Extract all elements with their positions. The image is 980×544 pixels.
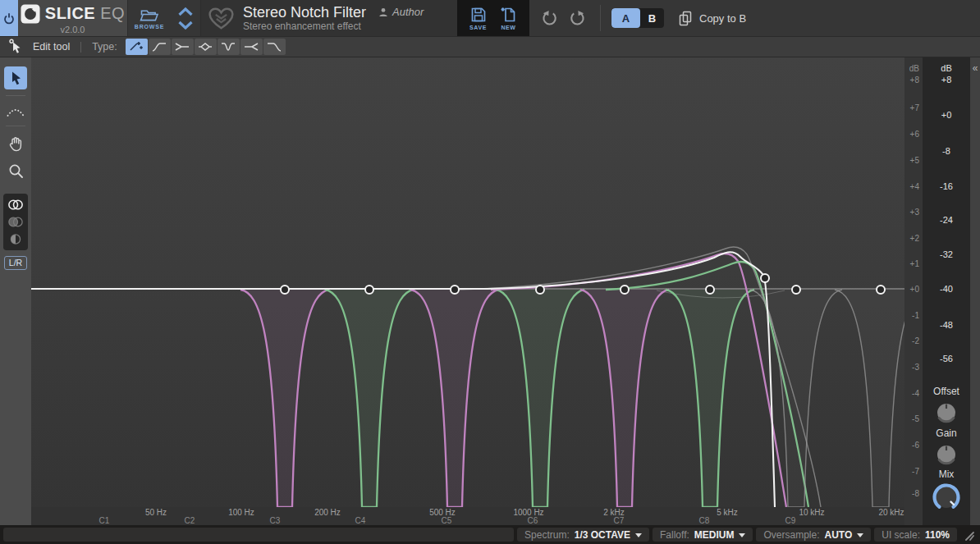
octave-tick-label: C5	[442, 516, 452, 525]
eq-db-tick-label: -2	[912, 336, 919, 345]
type-button-low-cut low-cut-icon[interactable]	[149, 39, 171, 55]
spectrum-db-tick-label: -40	[923, 284, 970, 294]
redo-button redo-icon[interactable]	[570, 10, 586, 26]
filter-node[interactable]	[706, 286, 714, 294]
panel-collapse-strip: «	[970, 57, 980, 525]
preset-subtitle: Stereo enhancement effect	[243, 21, 366, 32]
status-bar: Spectrum:1/3 OCTAVE Falloff:MEDIUM Overs…	[0, 525, 980, 544]
type-label: Type:	[92, 41, 117, 53]
edit-cursor-icon	[8, 39, 23, 55]
type-button-notch notch-icon[interactable]	[218, 39, 240, 55]
offset-knob-label: Offset	[923, 386, 970, 397]
octave-tick-label: C1	[99, 516, 110, 525]
collapse-panel-button chevron-left-double-icon[interactable]: «	[970, 62, 980, 74]
ui-scale-control[interactable]: UI scale:110%	[874, 528, 957, 542]
eq-db-tick-label: -3	[912, 363, 919, 372]
eq-db-tick-label: -7	[912, 467, 919, 476]
type-button-wand wand-icon[interactable]	[126, 39, 148, 55]
ab-toggle: A B	[611, 8, 664, 28]
filter-node[interactable]	[451, 286, 459, 294]
app-version: v2.0.0	[61, 25, 85, 34]
falloff-dropdown[interactable]: Falloff:MEDIUM	[653, 528, 753, 542]
channel-mode-button[interactable]: L/R	[4, 256, 27, 270]
app-title: SLICE EQ	[45, 4, 125, 23]
filter-node[interactable]	[365, 286, 373, 294]
filter-node[interactable]	[792, 286, 800, 294]
tool-spline-button spline-icon[interactable]	[4, 102, 27, 120]
filter-node[interactable]	[877, 286, 885, 294]
type-button-peak peak-icon[interactable]	[195, 39, 217, 55]
octave-tick-label: C3	[270, 516, 281, 525]
spectrum-db-tick-label: -32	[923, 249, 970, 259]
slot-a-button[interactable]: A	[611, 8, 640, 28]
offset-knob[interactable]	[935, 401, 958, 424]
new-file-icon	[500, 6, 518, 24]
main-area: L/R 50 Hz100 Hz200 Hz500 Hz1000 Hz2 kHz5…	[0, 57, 980, 525]
type-button-high-cut high-cut-icon[interactable]	[263, 39, 286, 55]
tool-divider	[6, 126, 25, 126]
dropdown-caret-icon	[739, 533, 745, 537]
octave-tick-label: C7	[614, 516, 625, 525]
type-buttons	[126, 39, 286, 55]
freq-tick-label: 20 kHz	[878, 508, 904, 517]
resize-grip[interactable]	[960, 528, 977, 542]
tool-divider	[6, 95, 25, 96]
save-button[interactable]: SAVE	[469, 6, 488, 30]
status-message-area	[3, 528, 514, 542]
type-button-low-shelf low-shelf-icon[interactable]	[172, 39, 194, 55]
author-person-icon	[378, 7, 388, 17]
browse-button[interactable]: BROWSE	[128, 0, 171, 36]
left-toolbar: L/R	[0, 57, 31, 525]
copy-to-b-button[interactable]: Copy to B	[678, 10, 746, 26]
folder-icon	[139, 7, 160, 23]
freq-tick-label: 200 Hz	[314, 508, 341, 517]
freq-tick-label: 10 kHz	[799, 508, 824, 517]
eq-db-tick-label: +2	[910, 234, 919, 243]
gain-knob[interactable]	[935, 443, 958, 466]
filter-node[interactable]	[536, 286, 544, 294]
new-label: NEW	[501, 25, 515, 30]
gain-knob-label: Gain	[923, 427, 970, 439]
eq-db-tick-label: +7	[910, 103, 919, 112]
octave-tick-label: C9	[785, 516, 796, 525]
filter-node[interactable]	[281, 286, 289, 294]
channel-both-button stereo-circles-icon[interactable]	[4, 197, 27, 213]
history-controls	[541, 0, 586, 36]
tool-hand-button hand-icon[interactable]	[4, 132, 27, 155]
power-button[interactable]	[0, 0, 18, 36]
slot-b-button[interactable]: B	[640, 8, 664, 28]
spectrum-db-tick-label: dB	[923, 63, 970, 73]
eq-graph[interactable]	[31, 57, 904, 507]
mix-knob[interactable]	[931, 482, 962, 513]
preset-prev-button chevron-up-icon[interactable]	[177, 7, 194, 16]
spectrum-dropdown[interactable]: Spectrum:1/3 OCTAVE	[517, 528, 649, 542]
tool-zoom-button magnifier-icon[interactable]	[4, 159, 27, 182]
channel-left-button left-circle-icon[interactable]	[4, 214, 27, 230]
spectrum-db-tick-label: -8	[923, 146, 970, 156]
eq-db-scale: dB+8+7+6+5+4+3+2+1+0-1-2-3-4-5-6-7-8	[904, 57, 923, 525]
right-panel: dB+8+0-8-16-24-32-40-48-56 Offset Gain M…	[923, 57, 970, 525]
filter-node[interactable]	[621, 286, 629, 294]
header-separator	[600, 5, 601, 31]
spectrum-db-tick-label: -16	[923, 181, 970, 191]
freq-tick-label: 100 Hz	[228, 508, 254, 517]
tool-pointer-button pointer-icon[interactable]	[4, 66, 27, 89]
new-button[interactable]: NEW	[500, 6, 518, 30]
power-icon	[2, 11, 16, 25]
octave-tick-label: C8	[699, 516, 710, 525]
eq-db-tick-label: -6	[912, 441, 919, 450]
preset-info[interactable]: Stereo Notch Filter Stereo enhancement e…	[201, 0, 457, 36]
eq-curves	[31, 57, 904, 507]
channel-right-button right-circle-icon[interactable]	[4, 231, 27, 247]
filter-node[interactable]	[761, 274, 769, 282]
undo-button undo-icon[interactable]	[541, 10, 557, 26]
channel-view-group	[3, 194, 28, 250]
browse-label: BROWSE	[135, 24, 164, 30]
save-new-block: SAVE NEW	[457, 0, 529, 36]
type-button-high-shelf high-shelf-icon[interactable]	[240, 39, 263, 55]
oversample-dropdown[interactable]: Oversample:AUTO	[756, 528, 871, 542]
preset-next-button chevron-down-icon[interactable]	[177, 21, 194, 30]
dropdown-caret-icon	[857, 533, 863, 537]
favorite-heart-icon[interactable]	[207, 6, 236, 31]
preset-title: Stereo Notch Filter	[243, 4, 366, 21]
